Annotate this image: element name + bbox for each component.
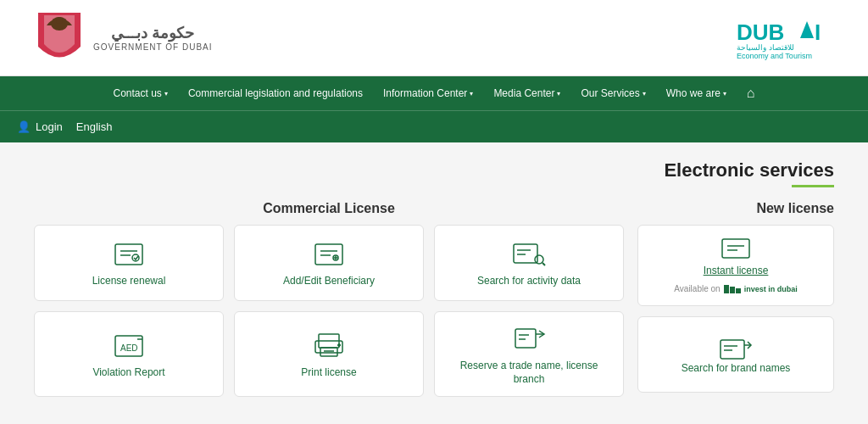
license-renewal-icon xyxy=(112,241,146,268)
available-on-text: Available on invest in dubai xyxy=(674,283,797,295)
gov-arabic-text: حكومة دبـــي xyxy=(111,24,194,42)
instant-license-icon xyxy=(719,236,753,261)
svg-rect-17 xyxy=(514,244,537,263)
search-brand-names-label: Search for brand names xyxy=(682,362,791,376)
search-activity-card[interactable]: Search for activity data xyxy=(434,225,624,301)
language-selector[interactable]: English xyxy=(76,120,113,133)
search-activity-label: Search for activity data xyxy=(477,275,581,288)
chevron-down-icon: ▾ xyxy=(164,90,168,98)
logo-left: حكومة دبـــي GOVERNMENT OF DUBAI xyxy=(34,8,213,68)
violation-report-card[interactable]: AED Violation Report xyxy=(34,311,224,397)
nav-media-center[interactable]: Media Center ▾ xyxy=(485,82,569,104)
reserve-trade-name-icon xyxy=(512,326,546,353)
violation-report-icon: AED xyxy=(112,332,146,360)
svg-rect-35 xyxy=(724,285,729,293)
print-license-card[interactable]: Print license xyxy=(234,311,424,397)
add-edit-beneficiary-label: Add/Edit Beneficiary xyxy=(283,275,375,288)
svg-point-28 xyxy=(338,343,341,346)
title-underline xyxy=(792,185,834,187)
instant-license-label: Instant license xyxy=(704,265,769,278)
add-edit-beneficiary-icon xyxy=(312,241,346,268)
svg-line-21 xyxy=(542,263,545,265)
commercial-cards-grid: License renewal Add/Edit Beneficiary xyxy=(34,225,624,397)
instant-license-card[interactable]: Instant license Available on invest in d… xyxy=(637,225,834,306)
main-content: Electronic services Commercial License L… xyxy=(0,142,868,414)
user-icon: 👤 xyxy=(17,120,31,133)
svg-text:Economy and Tourism: Economy and Tourism xyxy=(737,52,812,60)
nav-bar: Contact us ▾ Commercial legislation and … xyxy=(0,76,868,110)
chevron-down-icon: ▾ xyxy=(723,90,726,98)
search-brand-names-card[interactable]: Search for brand names xyxy=(637,316,834,393)
svg-text:I: I xyxy=(815,20,821,45)
search-brand-names-icon xyxy=(719,337,753,362)
add-edit-beneficiary-card[interactable]: Add/Edit Beneficiary xyxy=(234,225,424,301)
new-license-label: New license xyxy=(637,201,834,216)
new-license-section: New license Instant license Available on xyxy=(637,201,834,397)
svg-rect-32 xyxy=(722,239,749,258)
nav-our-services[interactable]: Our Services ▾ xyxy=(572,82,654,104)
reserve-trade-name-card[interactable]: Reserve a trade name, license branch xyxy=(434,311,624,397)
svg-rect-38 xyxy=(721,340,744,359)
dubai-logo: DUB I للاقتصاد والسياحة Economy and Tour… xyxy=(732,14,834,61)
gov-english-text: GOVERNMENT OF DUBAI xyxy=(93,42,213,52)
nav-who-we-are[interactable]: Who we are ▾ xyxy=(658,82,735,104)
svg-rect-36 xyxy=(730,287,735,293)
svg-text:DUB: DUB xyxy=(737,20,784,45)
license-renewal-card[interactable]: License renewal xyxy=(34,225,224,301)
login-button[interactable]: 👤 Login xyxy=(17,120,63,133)
reserve-trade-name-label: Reserve a trade name, license branch xyxy=(443,360,615,386)
sub-nav: 👤 Login English xyxy=(0,110,868,142)
commercial-license-label: Commercial License xyxy=(34,201,624,216)
svg-point-20 xyxy=(535,255,543,264)
violation-report-label: Violation Report xyxy=(92,366,164,380)
page-title: Electronic services xyxy=(34,159,834,181)
invest-dubai-icon xyxy=(724,283,741,295)
license-renewal-label: License renewal xyxy=(92,275,166,288)
commercial-license-section: Commercial License License renewal xyxy=(34,201,624,397)
print-license-label: Print license xyxy=(301,366,356,380)
header: حكومة دبـــي GOVERNMENT OF DUBAI DUB I ل… xyxy=(0,0,868,76)
invest-dubai-label: invest in dubai xyxy=(744,285,798,293)
nav-contact[interactable]: Contact us ▾ xyxy=(105,82,176,104)
svg-text:AED: AED xyxy=(120,343,138,353)
nav-information-center[interactable]: Information Center ▾ xyxy=(375,82,481,104)
nav-commercial-legislation[interactable]: Commercial legislation and regulations xyxy=(180,82,371,104)
svg-point-1 xyxy=(56,17,63,24)
svg-rect-11 xyxy=(315,244,342,265)
det-logo-icon: DUB I للاقتصاد والسياحة Economy and Tour… xyxy=(732,14,834,61)
svg-rect-29 xyxy=(515,329,536,348)
nav-home-button[interactable]: ⌂ xyxy=(738,81,764,106)
svg-marker-3 xyxy=(800,21,814,38)
svg-rect-26 xyxy=(320,348,337,356)
print-license-icon xyxy=(312,332,346,360)
chevron-down-icon: ▾ xyxy=(470,90,473,98)
chevron-down-icon: ▾ xyxy=(557,90,560,98)
search-activity-icon xyxy=(512,241,546,268)
gov-text: حكومة دبـــي GOVERNMENT OF DUBAI xyxy=(93,24,213,52)
svg-rect-7 xyxy=(115,244,142,265)
chevron-down-icon: ▾ xyxy=(643,90,646,98)
coat-of-arms-icon xyxy=(34,8,85,68)
svg-rect-37 xyxy=(736,288,741,293)
